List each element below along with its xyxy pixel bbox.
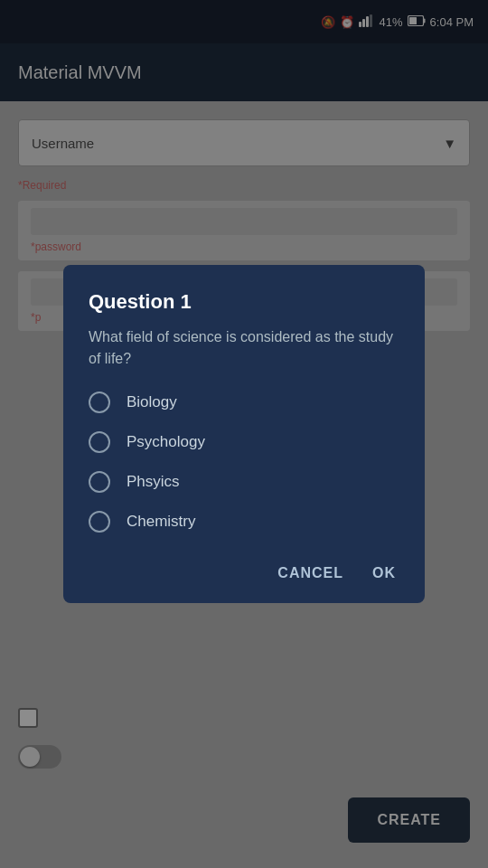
radio-option-psychology[interactable]: Psychology (89, 431, 399, 453)
radio-label-psychology: Psychology (127, 433, 205, 451)
radio-label-physics: Phsyics (127, 473, 180, 491)
radio-circle-chemistry (89, 511, 110, 533)
radio-circle-physics (89, 471, 110, 493)
radio-label-biology: Biology (127, 393, 177, 411)
radio-circle-biology (89, 392, 110, 413)
radio-option-physics[interactable]: Phsyics (89, 471, 399, 493)
radio-label-chemistry: Chemistry (127, 513, 196, 531)
radio-option-chemistry[interactable]: Chemistry (89, 511, 399, 533)
dialog-question: What field of science is considered as t… (89, 326, 399, 370)
radio-option-biology[interactable]: Biology (89, 392, 399, 413)
modal-overlay: Question 1 What field of science is cons… (0, 0, 488, 868)
dialog-title: Question 1 (89, 290, 399, 314)
radio-options-container: BiologyPsychologyPhsyicsChemistry (89, 392, 399, 533)
ok-button[interactable]: OK (369, 558, 399, 589)
radio-circle-psychology (89, 431, 110, 453)
question-dialog: Question 1 What field of science is cons… (63, 265, 425, 603)
dialog-actions: CANCEL OK (89, 551, 399, 589)
cancel-button[interactable]: CANCEL (274, 558, 347, 589)
